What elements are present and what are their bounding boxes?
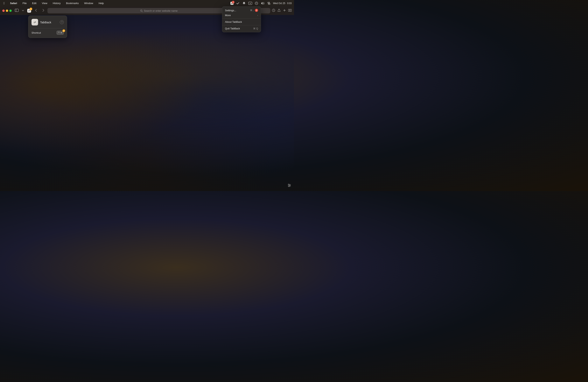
svg-rect-16 [288,9,290,11]
svg-text:A: A [250,2,251,4]
menu-bookmarks[interactable]: Bookmarks [65,1,80,5]
control-center-icon[interactable] [267,1,271,5]
back-button[interactable] [33,8,39,14]
toolbar-dropdown-chevron[interactable] [21,8,25,13]
menu-separator [222,19,261,19]
svg-line-14 [142,11,143,12]
menu-file[interactable]: File [21,1,28,5]
menu-item-settings[interactable]: Settings... ⌘ , 2 [222,8,261,13]
shortcut-badge: 2 [63,29,65,32]
menu-history[interactable]: History [52,1,62,5]
popup-help-button[interactable]: ? [60,20,64,24]
new-tab-icon[interactable] [283,9,286,13]
tabback-menubar-icon[interactable]: ⇄ 1 [230,1,234,5]
help-icon: ? [61,21,63,23]
tabback-menubar-badge: 1 [232,1,234,3]
safari-right-icons [272,9,292,13]
settings-label: Settings... [225,9,236,12]
menu-item-more[interactable]: More › [222,13,261,18]
notification-icon[interactable] [242,1,246,5]
tab-overview-icon[interactable] [288,9,292,13]
history-icon[interactable] [272,9,275,13]
sliders-icon[interactable] [287,183,291,188]
apple-menu[interactable]:  [2,1,6,5]
sidebar-button[interactable] [15,9,19,13]
time-text: 0:03 [287,2,292,5]
menu-item-quit[interactable]: Quit TabBack ⌘ Q [222,26,261,31]
about-label: About TabBack [225,21,242,23]
svg-text:⇄: ⇄ [34,21,36,24]
svg-rect-17 [290,9,292,11]
minimize-button[interactable] [6,10,8,12]
tabback-popup: ⇄ TabBack ? Shortcut ^ ⇥ 2 [28,16,67,38]
svg-point-24 [290,185,291,186]
svg-point-6 [269,3,270,4]
menu-item-about[interactable]: About TabBack [222,20,261,24]
popup-shortcut-row: Shortcut ^ ⇥ 2 [32,31,64,35]
menu-help[interactable]: Help [97,1,105,5]
menu-window[interactable]: Window [83,1,94,5]
share-icon[interactable] [277,9,281,13]
menubar:  Safari File Edit View History Bookmark… [0,0,294,6]
context-menu: Settings... ⌘ , 2 More › About TabBack Q… [222,6,261,32]
maximize-button[interactable] [9,10,12,12]
close-button[interactable] [2,10,5,12]
shortcut-label: Shortcut [32,31,41,34]
app-name-menu[interactable]: Safari [9,1,18,5]
settings-badge: 2 [255,9,258,12]
popup-app-icon: ⇄ [32,19,38,25]
datetime-display: Wed Oct 25 0:03 [273,2,292,5]
settings-right: ⌘ , 2 [250,9,258,12]
quit-label: Quit TabBack [225,27,240,30]
menu-view[interactable]: View [41,1,48,5]
volume-icon[interactable] [261,1,265,5]
checkmark-icon[interactable] [236,1,240,5]
more-label: More [225,14,231,17]
shortcut-key-text: ^ ⇥ [58,31,62,34]
svg-point-25 [289,186,290,187]
shortcut-key-display[interactable]: ^ ⇥ 2 [57,31,64,35]
svg-rect-9 [15,9,19,12]
svg-point-23 [288,184,289,185]
popup-divider [32,28,64,28]
tabback-toolbar-icon[interactable]: ⇄ 1 [26,8,32,13]
keyboard-icon[interactable]: A [248,1,252,5]
tabback-toolbar-badge: 1 [30,8,32,10]
svg-point-13 [140,10,142,11]
popup-app-name: TabBack [40,21,58,24]
timemachine-icon[interactable] [254,1,259,5]
traffic-lights [2,10,12,12]
menubar-right: ⇄ 1 A [230,1,292,5]
forward-button[interactable] [41,8,46,14]
menubar-left:  Safari File Edit View History Bookmark… [2,1,105,5]
quit-shortcut: ⌘ Q [253,27,258,30]
menu-edit[interactable]: Edit [31,1,38,5]
more-chevron-icon: › [257,14,258,17]
popup-header: ⇄ TabBack ? [32,19,64,25]
address-placeholder: Search or enter website name [144,9,178,12]
settings-shortcut: ⌘ , [250,9,254,12]
svg-point-5 [268,2,269,3]
date-text: Wed Oct 25 [273,2,285,5]
